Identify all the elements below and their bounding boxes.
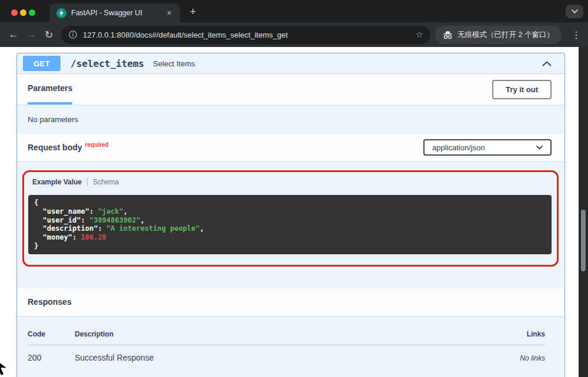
responses-table: Code Description Links 200 Successful Re…: [17, 316, 564, 362]
no-parameters-text: No parameters: [17, 105, 564, 134]
request-body-example-area: Example Value Schema { "user_name": "jac…: [17, 161, 564, 288]
incognito-badge[interactable]: 无痕模式（已打开 2 个窗口）: [435, 26, 562, 44]
browser-toolbar: ← → ↻ 127.0.0.1:8080/docs#/default/selec…: [0, 22, 588, 47]
column-description: Description: [75, 330, 527, 338]
request-body-section-header: Request body required application/json: [17, 134, 564, 161]
response-code: 200: [28, 353, 75, 362]
red-annotation-box: Example Value Schema { "user_name": "jac…: [22, 170, 559, 267]
column-links: Links: [527, 330, 545, 338]
select-caret-down-icon: [536, 146, 543, 150]
responses-table-header: Code Description Links: [28, 330, 545, 345]
try-it-out-button[interactable]: Try it out: [492, 80, 552, 99]
parameters-title: Parameters: [28, 83, 72, 93]
url-text[interactable]: 127.0.0.1:8080/docs#/default/select_item…: [83, 31, 411, 39]
tab-strip: FastAPI - Swagger UI × +: [0, 0, 588, 22]
tab-search-button[interactable]: [566, 5, 583, 18]
tab-example-value[interactable]: Example Value: [32, 178, 82, 186]
tab-schema[interactable]: Schema: [93, 178, 119, 186]
window-controls: [11, 9, 35, 16]
page-content: GET /select_items Select Items Parameter…: [0, 47, 588, 377]
request-body-title: Request body: [28, 143, 82, 152]
back-button[interactable]: ←: [5, 26, 22, 43]
fastapi-favicon-icon: [56, 8, 66, 18]
browser-tab[interactable]: FastAPI - Swagger UI ×: [49, 4, 180, 22]
page-scrollbar[interactable]: [579, 47, 588, 377]
responses-section-header: Responses: [17, 288, 564, 316]
model-example-tabs: Example Value Schema: [24, 172, 557, 186]
content-type-value: application/json: [432, 143, 536, 152]
incognito-label: 无痕模式（已打开 2 个窗口）: [457, 30, 554, 40]
close-window-button[interactable]: [11, 9, 18, 16]
browser-window: FastAPI - Swagger UI × + ← → ↻ 127.0.0.1…: [0, 0, 588, 377]
required-flag: required: [85, 142, 109, 148]
tab-close-icon[interactable]: ×: [165, 8, 174, 18]
incognito-icon: [443, 31, 453, 39]
bookmark-star-icon[interactable]: ☆: [416, 29, 423, 40]
endpoint-path: /select_items: [71, 58, 144, 69]
http-method-badge: GET: [23, 56, 61, 71]
tab-title: FastAPI - Swagger UI: [71, 9, 165, 17]
minimize-window-button[interactable]: [20, 9, 26, 16]
swagger-operation-block: GET /select_items Select Items Parameter…: [16, 53, 565, 377]
tab-parameters[interactable]: Parameters: [28, 74, 72, 105]
endpoint-summary: Select Items: [153, 59, 195, 68]
response-links: No links: [520, 354, 545, 362]
zoom-window-button[interactable]: [29, 9, 35, 16]
mouse-cursor: [0, 357, 10, 377]
collapse-chevron-up-icon[interactable]: [542, 61, 552, 66]
browser-menu-button[interactable]: ⋮: [569, 29, 583, 41]
tab-divider: [87, 178, 88, 186]
scrollbar-thumb[interactable]: [581, 210, 586, 271]
chevron-down-icon: [572, 9, 578, 14]
site-info-icon[interactable]: [68, 30, 78, 39]
new-tab-button[interactable]: +: [186, 5, 200, 19]
forward-button[interactable]: →: [22, 26, 40, 43]
responses-title: Responses: [28, 297, 72, 307]
content-type-select[interactable]: application/json: [423, 139, 552, 156]
reload-button[interactable]: ↻: [40, 26, 58, 43]
parameters-section-header: Parameters Try it out: [17, 74, 564, 105]
table-row: 200 Successful Response No links: [28, 345, 545, 362]
address-bar[interactable]: 127.0.0.1:8080/docs#/default/select_item…: [61, 26, 430, 44]
operation-summary-header[interactable]: GET /select_items Select Items: [17, 53, 564, 74]
response-description: Successful Response: [75, 353, 520, 362]
example-code[interactable]: { "user_name": "jack", "user_id": "38948…: [28, 195, 552, 254]
column-code: Code: [28, 330, 75, 338]
